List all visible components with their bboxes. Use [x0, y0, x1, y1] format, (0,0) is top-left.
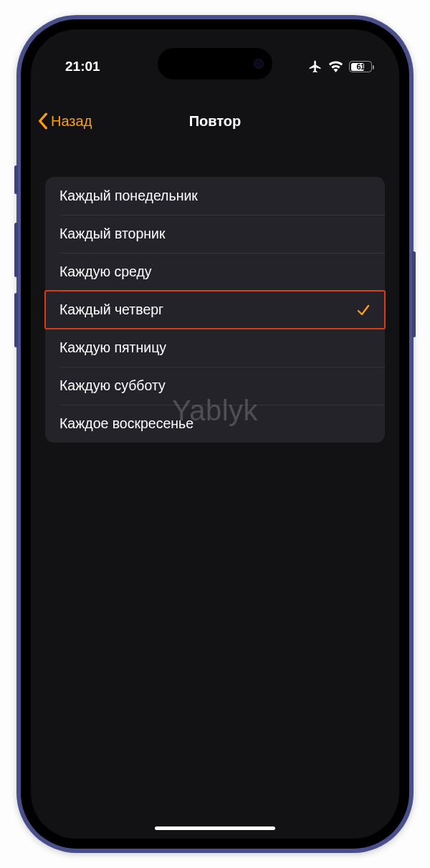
dynamic-island	[158, 48, 272, 79]
status-icons: 61	[308, 59, 372, 74]
repeat-day-tuesday[interactable]: Каждый вторник	[45, 215, 385, 253]
list-item-label: Каждую среду	[59, 264, 152, 280]
battery-indicator: 61	[349, 61, 372, 72]
volume-up-button	[14, 223, 18, 277]
page-title: Повтор	[189, 113, 242, 130]
list-item-label: Каждый понедельник	[59, 188, 198, 204]
repeat-day-thursday[interactable]: Каждый четверг	[45, 291, 385, 329]
navigation-bar: Назад Повтор	[31, 101, 399, 141]
list-item-label: Каждый вторник	[59, 226, 165, 242]
back-label: Назад	[51, 113, 92, 130]
wifi-icon	[328, 61, 343, 72]
repeat-day-saturday[interactable]: Каждую субботу	[45, 367, 385, 405]
back-button[interactable]: Назад	[38, 112, 92, 130]
repeat-day-wednesday[interactable]: Каждую среду	[45, 253, 385, 291]
volume-down-button	[14, 293, 18, 347]
phone-frame: 21:01 61 Назад Повтор	[16, 15, 414, 853]
repeat-day-sunday[interactable]: Каждое воскресенье	[45, 405, 385, 443]
repeat-day-friday[interactable]: Каждую пятницу	[45, 329, 385, 367]
list-item-label: Каждый четверг	[59, 302, 163, 318]
phone-bezel: 21:01 61 Назад Повтор	[21, 19, 409, 849]
status-time: 21:01	[65, 59, 100, 74]
screen: 21:01 61 Назад Повтор	[31, 29, 399, 839]
list-item-label: Каждую субботу	[59, 377, 166, 394]
power-button	[412, 251, 416, 337]
chevron-left-icon	[38, 112, 48, 130]
home-indicator[interactable]	[155, 826, 275, 831]
checkmark-icon	[356, 303, 371, 317]
battery-percentage: 61	[356, 62, 364, 71]
airplane-mode-icon	[308, 59, 322, 74]
silent-switch	[14, 165, 18, 194]
repeat-day-monday[interactable]: Каждый понедельник	[45, 177, 385, 215]
list-item-label: Каждое воскресенье	[59, 415, 194, 432]
list-item-label: Каждую пятницу	[59, 339, 166, 356]
repeat-days-list: Каждый понедельник Каждый вторник Каждую…	[45, 177, 385, 443]
